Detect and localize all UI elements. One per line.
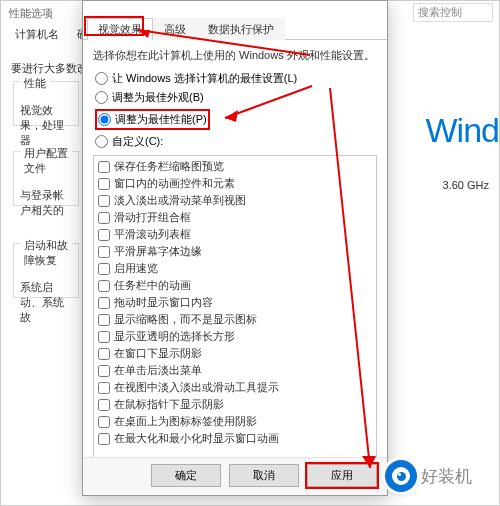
checklist-item[interactable]: 平滑滚动列表框 (96, 226, 374, 243)
radio-best-performance[interactable]: 调整为最佳性能(P) (95, 109, 377, 130)
dialog-body: 选择你想在此计算机上使用的 Windows 外观和性能设置。 让 Windows… (83, 40, 387, 457)
windows-logo-text: Wind (426, 111, 499, 150)
dialog-title (83, 1, 387, 17)
checklist-label: 淡入淡出或滑动菜单到视图 (114, 193, 246, 208)
checklist-checkbox[interactable] (98, 246, 110, 258)
checklist-checkbox[interactable] (98, 314, 110, 326)
checklist-checkbox[interactable] (98, 399, 110, 411)
radio-custom-label: 自定义(C): (112, 134, 163, 149)
checklist-label: 在桌面上为图标标签使用阴影 (114, 414, 257, 429)
group-user-content: 与登录帐户相关的 (20, 188, 72, 218)
group-performance-title: 性能 (20, 76, 50, 91)
checklist-item[interactable]: 在鼠标指针下显示阴影 (96, 396, 374, 413)
ok-button[interactable]: 确定 (151, 464, 221, 487)
checklist-item[interactable]: 平滑屏幕字体边缘 (96, 243, 374, 260)
checklist-item[interactable]: 显示缩略图，而不是显示图标 (96, 311, 374, 328)
checklist-label: 窗口内的动画控件和元素 (114, 176, 235, 191)
checklist-checkbox[interactable] (98, 348, 110, 360)
group-performance: 性能 视觉效果，处理器 (13, 81, 79, 126)
tab-dep[interactable]: 数据执行保护 (197, 18, 285, 40)
back-tab-computer-name[interactable]: 计算机名 (9, 25, 65, 44)
radio-best-performance-input[interactable] (98, 113, 111, 126)
tab-visual-effects[interactable]: 视觉效果 (87, 18, 153, 40)
checklist-item[interactable]: 保存任务栏缩略图预览 (96, 158, 374, 175)
performance-options-dialog: 视觉效果 高级 数据执行保护 选择你想在此计算机上使用的 Windows 外观和… (82, 0, 388, 496)
checklist-label: 平滑滚动列表框 (114, 227, 191, 242)
checklist-item[interactable]: 任务栏中的动画 (96, 277, 374, 294)
radio-let-windows-input[interactable] (95, 72, 108, 85)
checklist-item[interactable]: 淡入淡出或滑动菜单到视图 (96, 192, 374, 209)
checklist-checkbox[interactable] (98, 280, 110, 292)
group-performance-content: 视觉效果，处理器 (20, 103, 72, 148)
checklist-item[interactable]: 拖动时显示窗口内容 (96, 294, 374, 311)
checklist-label: 任务栏中的动画 (114, 278, 191, 293)
checklist-item[interactable]: 在单击后淡出菜单 (96, 362, 374, 379)
checklist-checkbox[interactable] (98, 433, 110, 445)
checklist-label: 显示缩略图，而不是显示图标 (114, 312, 257, 327)
dialog-tabs: 视觉效果 高级 数据执行保护 (83, 17, 387, 40)
radio-best-performance-label: 调整为最佳性能(P) (115, 112, 207, 127)
back-title: 性能选项 (9, 6, 53, 21)
checklist-item[interactable]: 窗口内的动画控件和元素 (96, 175, 374, 192)
checklist-label: 保存任务栏缩略图预览 (114, 159, 224, 174)
checklist-checkbox[interactable] (98, 365, 110, 377)
radio-custom-input[interactable] (95, 135, 108, 148)
checklist-checkbox[interactable] (98, 297, 110, 309)
checklist-label: 在单击后淡出菜单 (114, 363, 202, 378)
checklist-checkbox[interactable] (98, 229, 110, 241)
group-startup-title: 启动和故障恢复 (20, 238, 72, 268)
checklist-checkbox[interactable] (98, 382, 110, 394)
radio-best-appearance-input[interactable] (95, 91, 108, 104)
checklist-item[interactable]: 在窗口下显示阴影 (96, 345, 374, 362)
checklist-label: 在窗口下显示阴影 (114, 346, 202, 361)
back-message: 要进行大多数改 (11, 61, 88, 76)
cpu-ghz: 3.60 GHz (443, 179, 489, 191)
watermark-text: 好装机 (421, 465, 472, 488)
checklist-checkbox[interactable] (98, 195, 110, 207)
checklist-label: 在鼠标指针下显示阴影 (114, 397, 224, 412)
checklist-item[interactable]: 滑动打开组合框 (96, 209, 374, 226)
radio-best-appearance-label: 调整为最佳外观(B) (112, 90, 204, 105)
checklist-checkbox[interactable] (98, 178, 110, 190)
visual-effects-checklist[interactable]: 保存任务栏缩略图预览窗口内的动画控件和元素淡入淡出或滑动菜单到视图滑动打开组合框… (93, 155, 377, 457)
checklist-label: 在最大化和最小化时显示窗口动画 (114, 431, 279, 446)
radio-best-appearance[interactable]: 调整为最佳外观(B) (95, 90, 377, 105)
group-startup-content: 系统启动、系统故 (20, 280, 72, 325)
radio-let-windows-label: 让 Windows 选择计算机的最佳设置(L) (112, 71, 297, 86)
watermark-eye-icon (385, 460, 417, 492)
dialog-button-row: 确定 取消 应用 (83, 457, 387, 495)
radio-custom[interactable]: 自定义(C): (95, 134, 377, 149)
checklist-checkbox[interactable] (98, 331, 110, 343)
radio-let-windows[interactable]: 让 Windows 选择计算机的最佳设置(L) (95, 71, 377, 86)
group-user-title: 用户配置文件 (20, 146, 72, 176)
checklist-checkbox[interactable] (98, 161, 110, 173)
cancel-button[interactable]: 取消 (229, 464, 299, 487)
checklist-checkbox[interactable] (98, 212, 110, 224)
checklist-checkbox[interactable] (98, 263, 110, 275)
checklist-item[interactable]: 在桌面上为图标标签使用阴影 (96, 413, 374, 430)
checklist-label: 滑动打开组合框 (114, 210, 191, 225)
checklist-item[interactable]: 在视图中淡入淡出或滑动工具提示 (96, 379, 374, 396)
group-startup: 启动和故障恢复 系统启动、系统故 (13, 243, 79, 298)
apply-button[interactable]: 应用 (307, 464, 377, 487)
checklist-item[interactable]: 显示亚透明的选择长方形 (96, 328, 374, 345)
search-input[interactable]: 搜索控制 (413, 3, 493, 22)
checklist-item[interactable]: 在最大化和最小化时显示窗口动画 (96, 430, 374, 447)
checklist-item[interactable]: 启用速览 (96, 260, 374, 277)
checklist-label: 显示亚透明的选择长方形 (114, 329, 235, 344)
watermark: 好装机 (385, 460, 472, 492)
checklist-checkbox[interactable] (98, 416, 110, 428)
checklist-label: 在视图中淡入淡出或滑动工具提示 (114, 380, 279, 395)
dialog-instruction: 选择你想在此计算机上使用的 Windows 外观和性能设置。 (93, 48, 377, 63)
highlight-best-performance: 调整为最佳性能(P) (95, 109, 210, 130)
tab-advanced[interactable]: 高级 (153, 18, 197, 40)
checklist-label: 拖动时显示窗口内容 (114, 295, 213, 310)
group-user-profile: 用户配置文件 与登录帐户相关的 (13, 151, 79, 206)
checklist-label: 启用速览 (114, 261, 158, 276)
checklist-label: 平滑屏幕字体边缘 (114, 244, 202, 259)
